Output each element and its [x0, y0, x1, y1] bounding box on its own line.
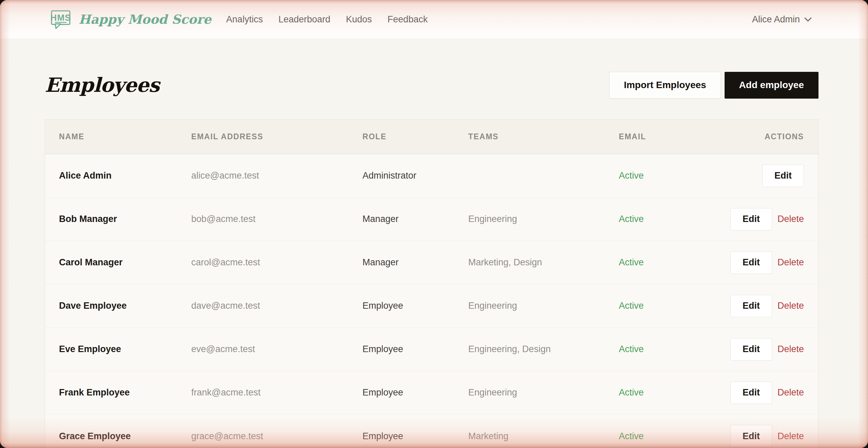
employee-name: Frank Employee — [59, 387, 191, 398]
employee-email: eve@acme.test — [191, 344, 362, 354]
delete-link[interactable]: Delete — [777, 344, 804, 354]
employee-name: Bob Manager — [59, 214, 191, 224]
edit-button[interactable]: Edit — [730, 295, 772, 317]
employee-teams: Engineering — [468, 387, 619, 398]
employees-page: Employees Import Employees Add employee … — [0, 72, 868, 448]
employee-name: Dave Employee — [59, 301, 191, 311]
table-row: Grace Employeegrace@acme.testEmployeeMar… — [45, 414, 818, 448]
row-actions: EditDelete — [730, 338, 804, 361]
user-menu-label: Alice Admin — [752, 14, 800, 25]
delete-link[interactable]: Delete — [777, 431, 804, 442]
nav-analytics[interactable]: Analytics — [226, 14, 263, 25]
employee-role: Employee — [362, 431, 468, 442]
row-actions: EditDelete — [730, 425, 804, 447]
employee-email: alice@acme.test — [191, 170, 362, 181]
chevron-down-icon — [804, 17, 812, 22]
employee-role: Employee — [362, 301, 468, 311]
employee-email: frank@acme.test — [191, 387, 362, 398]
page-actions: Import Employees Add employee — [609, 72, 818, 99]
delete-link[interactable]: Delete — [777, 387, 804, 398]
page-header: Employees Import Employees Add employee — [45, 72, 818, 99]
app-window: HMS Happy Mood Score Analytics Leaderboa… — [0, 0, 868, 448]
edit-button[interactable]: Edit — [730, 338, 772, 361]
row-actions: EditDelete — [730, 251, 804, 274]
brand-name: Happy Mood Score — [79, 12, 211, 27]
employee-teams: Engineering — [468, 301, 619, 311]
user-menu[interactable]: Alice Admin — [752, 14, 812, 25]
employee-email: carol@acme.test — [191, 257, 362, 268]
employee-name: Eve Employee — [59, 344, 191, 354]
employee-email: dave@acme.test — [191, 301, 362, 311]
employee-email: grace@acme.test — [191, 431, 362, 442]
employee-name: Alice Admin — [59, 170, 191, 181]
employee-teams: Marketing, Design — [468, 257, 619, 268]
employee-status: Active — [619, 431, 730, 442]
table-row: Alice Adminalice@acme.testAdministratorA… — [45, 154, 818, 198]
edit-button[interactable]: Edit — [730, 208, 772, 230]
row-actions: EditDelete — [730, 295, 804, 317]
main-nav: Analytics Leaderboard Kudos Feedback — [226, 14, 428, 25]
delete-link[interactable]: Delete — [777, 257, 804, 268]
page-title: Employees — [45, 74, 159, 97]
hms-logo-text: HMS — [51, 13, 71, 23]
employee-status: Active — [619, 387, 730, 398]
employees-table: NAME EMAIL ADDRESS ROLE TEAMS EMAIL ACTI… — [45, 119, 818, 448]
edit-button[interactable]: Edit — [730, 382, 772, 404]
column-header-email-address: EMAIL ADDRESS — [191, 132, 362, 141]
table-row: Eve Employeeeve@acme.testEmployeeEnginee… — [45, 328, 818, 371]
delete-link[interactable]: Delete — [777, 214, 804, 224]
employee-role: Employee — [362, 387, 468, 398]
top-nav: HMS Happy Mood Score Analytics Leaderboa… — [0, 0, 868, 39]
table-row: Bob Managerbob@acme.testManagerEngineeri… — [45, 198, 818, 241]
employee-role: Employee — [362, 344, 468, 354]
brand-logo[interactable]: HMS Happy Mood Score — [51, 9, 211, 29]
nav-kudos[interactable]: Kudos — [346, 14, 372, 25]
import-employees-button[interactable]: Import Employees — [609, 72, 721, 99]
column-header-teams: TEAMS — [468, 132, 619, 141]
employee-email: bob@acme.test — [191, 214, 362, 224]
row-actions: Edit — [762, 165, 804, 187]
employee-status: Active — [619, 170, 762, 181]
employee-status: Active — [619, 214, 730, 224]
add-employee-button[interactable]: Add employee — [725, 72, 818, 99]
edit-button[interactable]: Edit — [730, 251, 772, 274]
employee-role: Administrator — [362, 170, 468, 181]
edit-button[interactable]: Edit — [762, 165, 804, 187]
column-header-actions: ACTIONS — [765, 132, 804, 141]
column-header-email: EMAIL — [619, 132, 765, 141]
column-header-name: NAME — [59, 132, 191, 141]
employee-teams: Engineering — [468, 214, 619, 224]
table-row: Dave Employeedave@acme.testEmployeeEngin… — [45, 284, 818, 328]
delete-link[interactable]: Delete — [777, 301, 804, 311]
table-header-row: NAME EMAIL ADDRESS ROLE TEAMS EMAIL ACTI… — [45, 120, 818, 154]
employee-teams: Marketing — [468, 431, 619, 442]
employee-name: Grace Employee — [59, 431, 191, 442]
hms-speech-bubble-icon: HMS — [51, 9, 71, 29]
row-actions: EditDelete — [730, 382, 804, 404]
employee-status: Active — [619, 344, 730, 354]
employee-role: Manager — [362, 214, 468, 224]
employee-role: Manager — [362, 257, 468, 268]
employee-status: Active — [619, 301, 730, 311]
employee-status: Active — [619, 257, 730, 268]
edit-button[interactable]: Edit — [730, 425, 772, 447]
employee-name: Carol Manager — [59, 257, 191, 268]
table-body: Alice Adminalice@acme.testAdministratorA… — [45, 154, 818, 448]
row-actions: EditDelete — [730, 208, 804, 230]
nav-feedback[interactable]: Feedback — [388, 14, 428, 25]
table-row: Frank Employeefrank@acme.testEmployeeEng… — [45, 371, 818, 414]
table-row: Carol Managercarol@acme.testManagerMarke… — [45, 241, 818, 284]
employee-teams: Engineering, Design — [468, 344, 619, 354]
nav-leaderboard[interactable]: Leaderboard — [278, 14, 330, 25]
column-header-role: ROLE — [362, 132, 468, 141]
